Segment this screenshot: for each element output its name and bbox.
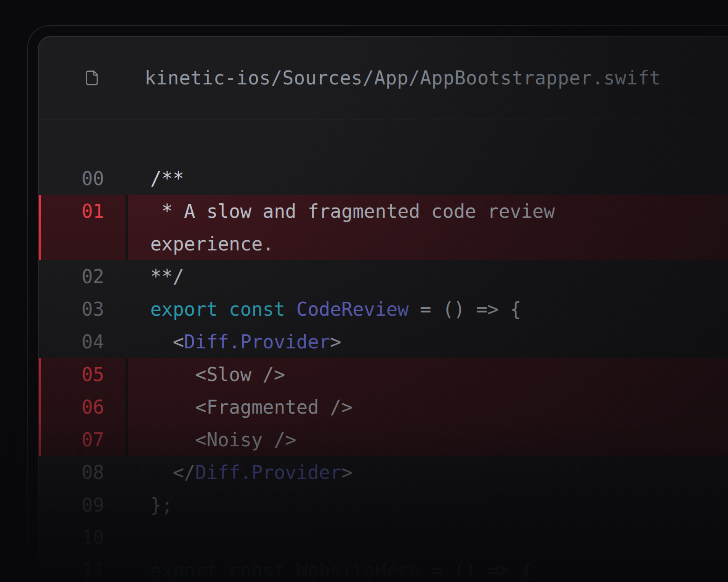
code-line-content: /** bbox=[128, 162, 728, 195]
line-number: 08 bbox=[41, 456, 126, 489]
code-line-content: <Noisy /> bbox=[128, 423, 728, 456]
code-line: 03 export const CodeReview = () => { bbox=[39, 293, 728, 326]
line-number: 10 bbox=[41, 521, 126, 554]
code-line-content: <Slow /> bbox=[128, 358, 728, 391]
line-number: 02 bbox=[41, 260, 126, 293]
line-number: 07 bbox=[41, 423, 126, 456]
code-text: export const CodeReview = () => { bbox=[150, 293, 617, 326]
code-text: * A slow and fragmented code review expe… bbox=[150, 195, 617, 260]
code-text: **/ bbox=[150, 260, 617, 293]
code-text: export const WebsiteHero = () => { bbox=[150, 554, 617, 582]
code-text: <Diff.Provider> bbox=[150, 326, 617, 358]
code-area[interactable]: 00 /** 01 * A slow and fragmented code r… bbox=[39, 119, 728, 582]
code-line: 10 bbox=[39, 521, 728, 554]
code-text: /** bbox=[150, 162, 617, 195]
code-line: 04 <Diff.Provider> bbox=[39, 326, 728, 358]
code-line: 00 /** bbox=[39, 162, 728, 195]
line-number: 00 bbox=[41, 162, 126, 195]
code-line-content: <Fragmented /> bbox=[128, 391, 728, 423]
line-number: 09 bbox=[41, 489, 126, 521]
code-line: 05 <Slow /> bbox=[39, 358, 728, 391]
code-line-content: }; bbox=[128, 489, 728, 521]
code-text: <Fragmented /> bbox=[150, 391, 617, 423]
line-number: 06 bbox=[41, 391, 126, 423]
code-line-content: export const WebsiteHero = () => { bbox=[128, 554, 728, 582]
code-line: 01 * A slow and fragmented code review e… bbox=[39, 195, 728, 260]
code-text: }; bbox=[150, 489, 617, 521]
code-line: 07 <Noisy /> bbox=[39, 423, 728, 456]
code-line: 06 <Fragmented /> bbox=[39, 391, 728, 423]
code-line: 11 export const WebsiteHero = () => { bbox=[39, 554, 728, 582]
file-path: kinetic-ios/Sources/App/AppBootstrapper.… bbox=[145, 67, 661, 89]
code-editor-panel: kinetic-ios/Sources/App/AppBootstrapper.… bbox=[38, 36, 728, 582]
line-number: 03 bbox=[41, 293, 126, 326]
code-line: 02 **/ bbox=[39, 260, 728, 293]
line-number: 04 bbox=[41, 326, 126, 358]
code-line: 08 </Diff.Provider> bbox=[39, 456, 728, 489]
code-line-content: * A slow and fragmented code review expe… bbox=[128, 195, 728, 260]
file-tab-header[interactable]: kinetic-ios/Sources/App/AppBootstrapper.… bbox=[39, 37, 728, 119]
line-number: 05 bbox=[41, 358, 126, 391]
line-number: 11 bbox=[41, 554, 126, 582]
code-line-content: export const CodeReview = () => { bbox=[128, 293, 728, 326]
code-line-content: <Diff.Provider> bbox=[128, 326, 728, 358]
code-line-content: </Diff.Provider> bbox=[128, 456, 728, 489]
code-line-content: **/ bbox=[128, 260, 728, 293]
code-line-content bbox=[128, 521, 728, 554]
code-text: </Diff.Provider> bbox=[150, 456, 617, 489]
code-line: 09 }; bbox=[39, 489, 728, 521]
code-text: <Slow /> bbox=[150, 358, 617, 391]
page-background: kinetic-ios/Sources/App/AppBootstrapper.… bbox=[0, 0, 728, 582]
line-number: 01 bbox=[41, 195, 126, 260]
file-icon bbox=[84, 69, 100, 87]
code-text: <Noisy /> bbox=[150, 423, 617, 456]
